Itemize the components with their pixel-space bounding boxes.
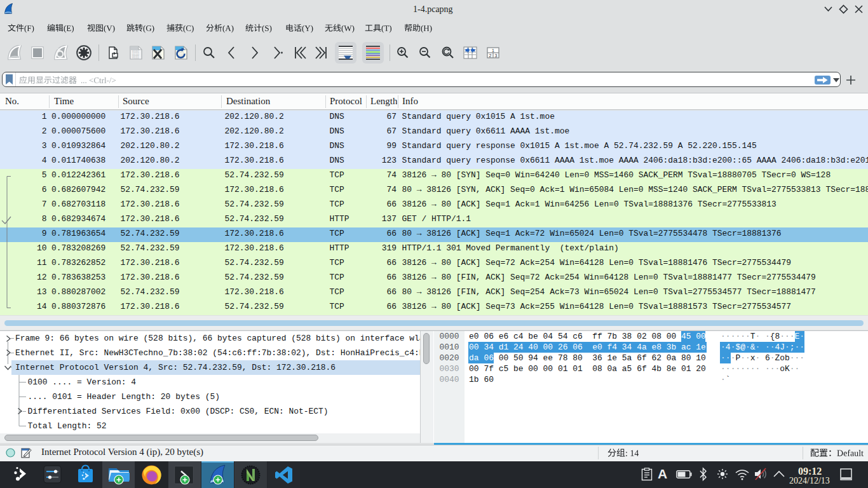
svg-text:3: 3: [494, 53, 497, 58]
svg-text:1: 1: [492, 48, 494, 53]
svg-text:0111: 0111: [132, 56, 139, 59]
svg-text:2: 2: [489, 53, 491, 58]
